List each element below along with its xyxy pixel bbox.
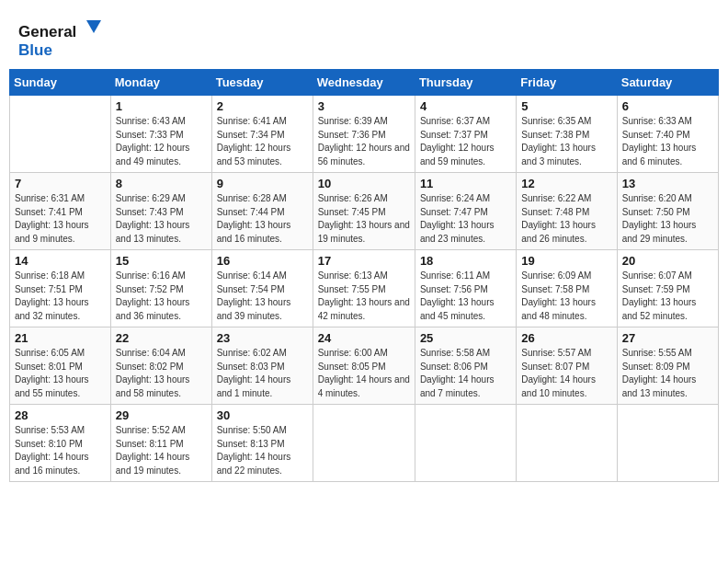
day-info: Sunrise: 5:53 AMSunset: 8:10 PMDaylight:… <box>15 424 106 477</box>
day-number: 14 <box>15 254 106 268</box>
day-number: 20 <box>622 254 713 268</box>
calendar-cell: 14Sunrise: 6:18 AMSunset: 7:51 PMDayligh… <box>10 250 111 327</box>
day-number: 9 <box>217 177 308 190</box>
day-number: 15 <box>116 254 207 268</box>
day-number: 22 <box>116 331 207 345</box>
week-row-3: 14Sunrise: 6:18 AMSunset: 7:51 PMDayligh… <box>10 250 719 327</box>
day-number: 27 <box>622 331 713 345</box>
day-info: Sunrise: 6:43 AMSunset: 7:33 PMDaylight:… <box>116 115 207 168</box>
day-info: Sunrise: 6:00 AMSunset: 8:05 PMDaylight:… <box>318 347 410 400</box>
day-number: 19 <box>521 254 611 268</box>
weekday-thursday: Thursday <box>415 70 516 96</box>
calendar-cell: 11Sunrise: 6:24 AMSunset: 7:47 PMDayligh… <box>415 173 516 250</box>
weekday-tuesday: Tuesday <box>211 70 313 96</box>
calendar-cell: 30Sunrise: 5:50 AMSunset: 8:13 PMDayligh… <box>211 405 313 482</box>
calendar-cell: 8Sunrise: 6:29 AMSunset: 7:43 PMDaylight… <box>110 173 211 250</box>
day-info: Sunrise: 5:55 AMSunset: 8:09 PMDaylight:… <box>622 347 713 400</box>
logo: General Blue <box>18 18 101 60</box>
day-number: 12 <box>521 177 611 190</box>
week-row-4: 21Sunrise: 6:05 AMSunset: 8:01 PMDayligh… <box>10 327 719 405</box>
calendar-cell: 4Sunrise: 6:37 AMSunset: 7:37 PMDaylight… <box>415 96 516 173</box>
calendar-cell <box>415 405 516 482</box>
day-info: Sunrise: 5:50 AMSunset: 8:13 PMDaylight:… <box>217 424 308 477</box>
day-info: Sunrise: 6:14 AMSunset: 7:54 PMDaylight:… <box>217 270 308 323</box>
calendar-cell: 21Sunrise: 6:05 AMSunset: 8:01 PMDayligh… <box>10 327 111 405</box>
weekday-saturday: Saturday <box>617 70 718 96</box>
day-info: Sunrise: 5:57 AMSunset: 8:07 PMDaylight:… <box>521 347 611 400</box>
day-info: Sunrise: 6:26 AMSunset: 7:45 PMDaylight:… <box>318 192 410 246</box>
day-info: Sunrise: 6:18 AMSunset: 7:51 PMDaylight:… <box>15 270 106 323</box>
day-info: Sunrise: 6:13 AMSunset: 7:55 PMDaylight:… <box>318 270 410 323</box>
day-number: 1 <box>116 99 207 113</box>
day-number: 8 <box>116 177 207 190</box>
week-row-1: 1Sunrise: 6:43 AMSunset: 7:33 PMDaylight… <box>10 96 719 173</box>
day-number: 24 <box>318 331 410 345</box>
day-info: Sunrise: 5:58 AMSunset: 8:06 PMDaylight:… <box>420 347 511 400</box>
day-number: 4 <box>420 99 511 113</box>
day-info: Sunrise: 6:22 AMSunset: 7:48 PMDaylight:… <box>521 192 611 246</box>
day-info: Sunrise: 6:31 AMSunset: 7:41 PMDaylight:… <box>15 192 106 246</box>
day-number: 28 <box>15 408 106 422</box>
weekday-header-row: SundayMondayTuesdayWednesdayThursdayFrid… <box>10 70 719 96</box>
calendar-cell: 20Sunrise: 6:07 AMSunset: 7:59 PMDayligh… <box>617 250 718 327</box>
svg-text:General: General <box>18 23 76 40</box>
day-number: 25 <box>420 331 511 345</box>
day-number: 3 <box>318 99 410 113</box>
calendar-table: SundayMondayTuesdayWednesdayThursdayFrid… <box>9 69 719 482</box>
calendar-cell: 1Sunrise: 6:43 AMSunset: 7:33 PMDaylight… <box>110 96 211 173</box>
calendar-cell: 25Sunrise: 5:58 AMSunset: 8:06 PMDayligh… <box>415 327 516 405</box>
calendar-cell: 28Sunrise: 5:53 AMSunset: 8:10 PMDayligh… <box>10 405 111 482</box>
day-number: 17 <box>318 254 410 268</box>
week-row-5: 28Sunrise: 5:53 AMSunset: 8:10 PMDayligh… <box>10 405 719 482</box>
day-number: 30 <box>217 408 308 422</box>
calendar-cell <box>517 405 617 482</box>
calendar-cell: 13Sunrise: 6:20 AMSunset: 7:50 PMDayligh… <box>617 173 718 250</box>
day-info: Sunrise: 6:29 AMSunset: 7:43 PMDaylight:… <box>116 192 207 246</box>
day-number: 29 <box>116 408 207 422</box>
day-number: 7 <box>15 177 106 190</box>
calendar-cell: 24Sunrise: 6:00 AMSunset: 8:05 PMDayligh… <box>313 327 415 405</box>
calendar-cell: 18Sunrise: 6:11 AMSunset: 7:56 PMDayligh… <box>415 250 516 327</box>
calendar-cell: 10Sunrise: 6:26 AMSunset: 7:45 PMDayligh… <box>313 173 415 250</box>
day-info: Sunrise: 6:11 AMSunset: 7:56 PMDaylight:… <box>420 270 511 323</box>
calendar-cell <box>10 96 111 173</box>
day-number: 16 <box>217 254 308 268</box>
day-number: 18 <box>420 254 511 268</box>
calendar-cell <box>313 405 415 482</box>
calendar-cell: 29Sunrise: 5:52 AMSunset: 8:11 PMDayligh… <box>110 405 211 482</box>
day-info: Sunrise: 6:02 AMSunset: 8:03 PMDaylight:… <box>217 347 308 400</box>
day-info: Sunrise: 6:33 AMSunset: 7:40 PMDaylight:… <box>622 115 713 168</box>
day-number: 21 <box>15 331 106 345</box>
calendar-cell: 2Sunrise: 6:41 AMSunset: 7:34 PMDaylight… <box>211 96 313 173</box>
day-info: Sunrise: 6:07 AMSunset: 7:59 PMDaylight:… <box>622 270 713 323</box>
calendar-cell: 27Sunrise: 5:55 AMSunset: 8:09 PMDayligh… <box>617 327 718 405</box>
calendar-cell <box>617 405 718 482</box>
day-info: Sunrise: 6:35 AMSunset: 7:38 PMDaylight:… <box>521 115 611 168</box>
calendar-cell: 9Sunrise: 6:28 AMSunset: 7:44 PMDaylight… <box>211 173 313 250</box>
calendar-cell: 15Sunrise: 6:16 AMSunset: 7:52 PMDayligh… <box>110 250 211 327</box>
calendar-cell: 22Sunrise: 6:04 AMSunset: 8:02 PMDayligh… <box>110 327 211 405</box>
day-info: Sunrise: 6:24 AMSunset: 7:47 PMDaylight:… <box>420 192 511 246</box>
day-info: Sunrise: 6:39 AMSunset: 7:36 PMDaylight:… <box>318 115 410 168</box>
calendar-cell: 26Sunrise: 5:57 AMSunset: 8:07 PMDayligh… <box>517 327 617 405</box>
calendar-cell: 23Sunrise: 6:02 AMSunset: 8:03 PMDayligh… <box>211 327 313 405</box>
day-info: Sunrise: 6:05 AMSunset: 8:01 PMDaylight:… <box>15 347 106 400</box>
calendar-cell: 19Sunrise: 6:09 AMSunset: 7:58 PMDayligh… <box>517 250 617 327</box>
calendar-cell: 12Sunrise: 6:22 AMSunset: 7:48 PMDayligh… <box>517 173 617 250</box>
weekday-sunday: Sunday <box>10 70 111 96</box>
weekday-wednesday: Wednesday <box>313 70 415 96</box>
day-number: 23 <box>217 331 308 345</box>
weekday-friday: Friday <box>517 70 617 96</box>
calendar-cell: 17Sunrise: 6:13 AMSunset: 7:55 PMDayligh… <box>313 250 415 327</box>
week-row-2: 7Sunrise: 6:31 AMSunset: 7:41 PMDaylight… <box>10 173 719 250</box>
day-number: 11 <box>420 177 511 190</box>
calendar-cell: 3Sunrise: 6:39 AMSunset: 7:36 PMDaylight… <box>313 96 415 173</box>
calendar-cell: 5Sunrise: 6:35 AMSunset: 7:38 PMDaylight… <box>517 96 617 173</box>
day-number: 13 <box>622 177 713 190</box>
day-info: Sunrise: 6:04 AMSunset: 8:02 PMDaylight:… <box>116 347 207 400</box>
day-info: Sunrise: 6:16 AMSunset: 7:52 PMDaylight:… <box>116 270 207 323</box>
calendar-cell: 6Sunrise: 6:33 AMSunset: 7:40 PMDaylight… <box>617 96 718 173</box>
day-info: Sunrise: 6:41 AMSunset: 7:34 PMDaylight:… <box>217 115 308 168</box>
day-number: 2 <box>217 99 308 113</box>
logo-svg: General Blue <box>18 18 101 60</box>
